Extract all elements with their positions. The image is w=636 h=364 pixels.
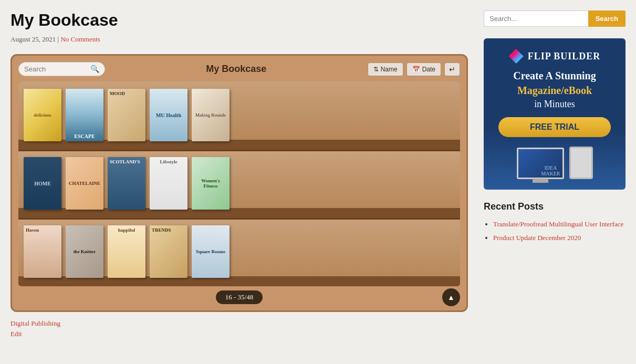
book-happiful[interactable]: happiful [108, 225, 145, 278]
book-muhealth[interactable]: MU Health [150, 89, 187, 141]
sort-date-button[interactable]: 📅 Date [406, 63, 441, 76]
shelf-row-1: delicious ESCAPE MOOD MU Health Making R… [18, 81, 460, 150]
book-escape[interactable]: ESCAPE [66, 89, 103, 141]
share-button[interactable]: ↵ [444, 63, 460, 76]
book-square[interactable]: Square Rooms [192, 225, 230, 278]
sort-name-label: Name [381, 66, 398, 73]
digital-publishing-link[interactable]: Digital Publishing [11, 319, 468, 328]
ad-logo-text: FLIP BUILDER [528, 51, 601, 62]
book-wfitness[interactable]: Women's Fitness [192, 157, 230, 210]
book-chatelaine[interactable]: CHATELAINE [66, 157, 103, 210]
share-icon: ↵ [449, 65, 455, 74]
main-content: My Bookcase August 25, 2021 | No Comment… [11, 11, 468, 338]
recent-post-link-2[interactable]: Product Update December 2020 [493, 234, 581, 242]
no-comments-link[interactable]: No Comments [60, 35, 100, 43]
edit-link[interactable]: Edit [11, 330, 468, 338]
recent-posts-title: Recent Posts [484, 201, 625, 212]
sidebar-search-button[interactable]: Search [588, 11, 625, 27]
sidebar: Search FLIP BUILDER Create A Stunning Ma… [484, 11, 625, 338]
recent-post-link-1[interactable]: Translate/Proofread Multilingual User In… [493, 220, 623, 228]
sort-name-button[interactable]: ⇅ Name [368, 63, 403, 76]
ad-monitor-icon: IDEAMAKER [517, 148, 564, 179]
bookcase-title: My Bookcase [206, 64, 266, 75]
post-date: August 25, 2021 [11, 35, 56, 43]
list-item: Product Update December 2020 [493, 233, 625, 243]
post-meta: August 25, 2021 | No Comments [11, 35, 468, 44]
list-item: Translate/Proofread Multilingual User In… [493, 220, 625, 229]
book-knitter[interactable]: the Knitter [66, 225, 103, 278]
bookcase-search-wrap: 🔍 [18, 62, 105, 76]
book-delicious[interactable]: delicious [24, 89, 61, 141]
shelf-row-3: Haven the Knitter happiful TRENDS Square… [18, 218, 460, 286]
ad-tablet-icon [569, 147, 593, 179]
page-indicator: 16 - 35/48 [216, 290, 263, 304]
sort-icon: ⇅ [373, 66, 379, 73]
flipbook-logo-icon [509, 49, 524, 64]
sidebar-search-wrap: Search [484, 11, 625, 27]
book-trends[interactable]: TRENDS [150, 225, 187, 278]
bookcase-sort-buttons: ⇅ Name 📅 Date ↵ [368, 63, 460, 76]
post-footer-links: Digital Publishing Edit [11, 319, 468, 338]
ad-mockup: IDEAMAKER [492, 147, 617, 179]
search-icon: 🔍 [90, 65, 99, 74]
shelf-row-2: HOME CHATELAINE SCOTLAND'S Lifestyle Wom… [18, 150, 460, 218]
sort-date-label: Date [422, 66, 435, 73]
bookcase-footer: 16 - 35/48 ▲ [18, 290, 460, 304]
page-title: My Bookcase [11, 11, 468, 30]
ad-logo-wrap: FLIP BUILDER [492, 49, 617, 64]
book-lifestyle[interactable]: Lifestyle [150, 157, 187, 210]
ad-subline: Magazine/eBook [492, 85, 617, 97]
book-mood[interactable]: MOOD [108, 89, 145, 141]
book-haven[interactable]: Haven [24, 225, 61, 278]
recent-posts-list: Translate/Proofread Multilingual User In… [484, 220, 625, 243]
ad-headline: Create A Stunning [492, 69, 617, 82]
bookcase-shelves: delicious ESCAPE MOOD MU Health Making R… [18, 81, 460, 286]
bookcase-search-input[interactable] [24, 65, 87, 73]
sidebar-search-input[interactable] [484, 11, 588, 27]
book-making[interactable]: Making Rounds [192, 89, 230, 141]
bookcase-widget: 🔍 My Bookcase ⇅ Name 📅 Date ↵ [11, 54, 468, 312]
book-home[interactable]: HOME [24, 157, 61, 210]
book-scotland[interactable]: SCOTLAND'S [108, 157, 145, 210]
scroll-top-button[interactable]: ▲ [442, 288, 460, 306]
flipbook-ad: FLIP BUILDER Create A Stunning Magazine/… [484, 38, 625, 190]
ad-trial-button[interactable]: FREE TRIAL [498, 117, 611, 137]
bookcase-toolbar: 🔍 My Bookcase ⇅ Name 📅 Date ↵ [18, 62, 460, 76]
calendar-icon: 📅 [412, 66, 420, 73]
ad-small: in Minutes [492, 99, 617, 110]
sidebar-recent-posts: Recent Posts Translate/Proofread Multili… [484, 201, 625, 243]
ad-label: IDEAMAKER [541, 165, 560, 176]
